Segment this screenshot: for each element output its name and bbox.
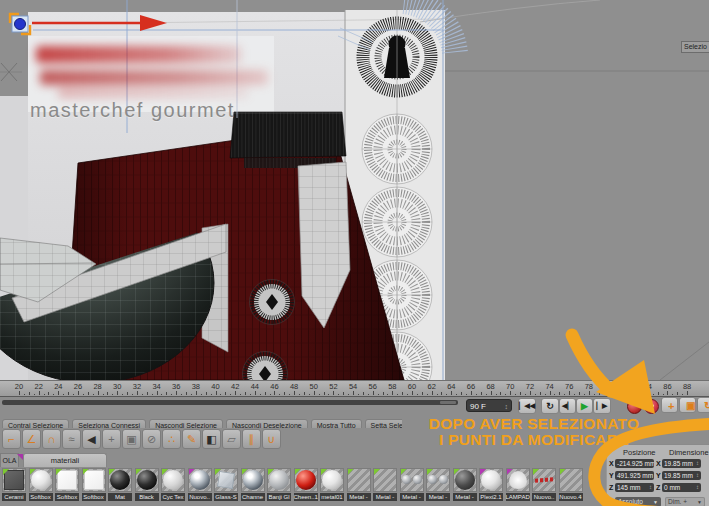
material-swatch-metal01[interactable]: metal01 <box>320 468 345 504</box>
ruler-tick <box>510 391 511 395</box>
ruler-tick <box>333 391 334 395</box>
material-swatch-softbox[interactable]: Softbox <box>82 468 107 504</box>
material-swatch-channe[interactable]: Channe <box>241 468 266 504</box>
ruler-tick <box>471 391 472 395</box>
stepper-icon[interactable]: ↕ <box>649 483 652 492</box>
current-frame-field[interactable]: 90 F ↕ <box>466 399 512 412</box>
material-swatch-nuovo-4[interactable]: Nuovo.4 <box>559 468 584 504</box>
stepper-icon[interactable]: ↕ <box>696 483 699 492</box>
material-swatch-cheen-1[interactable]: Cheen..1 <box>294 468 319 504</box>
dimension-mode-dropdown[interactable]: Dim. + ▼ <box>665 497 705 506</box>
material-swatch-metal-[interactable]: Metal - <box>373 468 398 504</box>
timeline-range-slider[interactable] <box>2 400 458 405</box>
ruler-minor-tick <box>220 394 221 396</box>
material-preview <box>267 468 291 492</box>
material-swatch-metal-[interactable]: Metal - <box>347 468 372 504</box>
material-swatch-nuovo-[interactable]: Nuovo.. <box>532 468 557 504</box>
ruler-tick-label: 64 <box>447 382 455 391</box>
menu-item-mostra-tutto[interactable]: Mostra Tutto <box>311 419 362 428</box>
ruler-minor-tick <box>48 392 49 395</box>
material-swatch-plexi2-1[interactable]: Plexi2.1 <box>479 468 504 504</box>
add-point-tool-icon[interactable]: + <box>102 429 121 449</box>
smooth-tool-icon[interactable]: ≈ <box>62 429 81 449</box>
loop-button[interactable]: ↻ <box>541 398 559 414</box>
position-x-field[interactable]: -214.925 mm↕ <box>615 459 654 468</box>
move-tool-button[interactable]: + <box>661 397 678 413</box>
ruler-minor-tick <box>564 394 565 396</box>
dimension-y-field[interactable]: 19.85 mm↕ <box>662 471 701 480</box>
play-button[interactable]: ▶ <box>576 398 593 414</box>
glue-tool-icon[interactable]: ∪ <box>262 429 281 449</box>
menu-item-nascondi-selezione[interactable]: Nascondi Selezione <box>149 419 223 428</box>
tab-partial-label: OLA <box>2 457 16 464</box>
knife-tool-icon[interactable]: ∠ <box>22 429 41 449</box>
position-y-field[interactable]: 491.925 mm↕ <box>615 471 654 480</box>
ruler-minor-tick <box>304 392 305 395</box>
position-mode-dropdown[interactable]: Assoluto ▼ <box>615 497 661 506</box>
material-swatch-mat[interactable]: Mat <box>108 468 133 504</box>
menu-item-setta-selezione[interactable]: Setta Selezione <box>365 419 402 428</box>
ruler-minor-tick <box>358 394 359 396</box>
menu-item-contrai-selezione[interactable]: Contrai Selezione <box>2 419 69 428</box>
ruler-tick-label: 84 <box>644 382 652 391</box>
material-swatch-glass-s[interactable]: Glass-S <box>214 468 239 504</box>
viewport-canvas[interactable]: masterchef gourmet Selezio <box>0 0 709 380</box>
material-swatch-black[interactable]: Black <box>135 468 160 504</box>
rotate-tool-button[interactable]: ↻ <box>697 397 709 413</box>
go-to-start-button[interactable]: ▏◀◀ <box>518 398 536 414</box>
position-z-field[interactable]: 145 mm↕ <box>615 483 654 492</box>
material-swatch-cyc-tex[interactable]: Cyc Tex <box>161 468 186 504</box>
stepper-icon[interactable]: ↕ <box>696 471 699 480</box>
extrude-tool-icon[interactable]: ▣ <box>122 429 141 449</box>
material-swatch-softbox[interactable]: Softbox <box>29 468 54 504</box>
stepper-icon[interactable]: ↕ <box>696 459 699 468</box>
dimension-x-field[interactable]: 19.85 mm↕ <box>662 459 701 468</box>
ruler-tick <box>157 391 158 395</box>
brush-tool-icon[interactable]: ✎ <box>182 429 201 449</box>
ruler-tick <box>392 391 393 395</box>
mirror-tool-icon[interactable]: ◀ <box>82 429 101 449</box>
ruler-minor-tick <box>604 394 605 396</box>
magnet-tool-icon[interactable]: ∩ <box>42 429 61 449</box>
material-swatch-metal-[interactable]: Metal - <box>453 468 478 504</box>
disable-tool-icon[interactable]: ⊘ <box>142 429 161 449</box>
material-swatch-softbox[interactable]: Softbox <box>55 468 80 504</box>
ruler-minor-tick <box>201 394 202 396</box>
bridge-tool-icon[interactable]: ⌐ <box>2 429 21 449</box>
menu-item-nascondi-deselezione[interactable]: Nascondi Deselezione <box>226 419 308 428</box>
selection-tooltip: Selezio <box>681 41 709 53</box>
next-frame-button[interactable]: ▏▶ <box>593 398 611 414</box>
frame-stepper-icon[interactable]: ↕ <box>505 400 509 413</box>
ruler-minor-tick <box>171 394 172 396</box>
ruler-minor-tick <box>466 394 467 396</box>
ruler-tick-label: 48 <box>290 382 298 391</box>
timeline-ruler[interactable]: 2022242628303234363840424446485052545658… <box>0 380 709 397</box>
dimension-z-field[interactable]: 0 mm↕ <box>662 483 701 492</box>
material-swatch-lampad[interactable]: LAMPAD <box>506 468 531 504</box>
scale-tool-button[interactable]: ▣ <box>679 397 696 413</box>
tab-materials[interactable]: materiali <box>23 453 107 467</box>
prev-frame-button[interactable]: ◀▏ <box>559 398 576 414</box>
menu-item-seleziona-connessi[interactable]: Seleziona Connessi <box>72 419 146 428</box>
help-button[interactable]: ? <box>644 399 659 414</box>
material-swatch-nuovo-[interactable]: Nuovo.. <box>188 468 213 504</box>
points-tool-icon[interactable]: ∴ <box>162 429 181 449</box>
material-label: Nuovo.. <box>532 493 556 501</box>
ruler-minor-tick <box>402 392 403 395</box>
material-swatch-banji-gl[interactable]: Banji Gl <box>267 468 292 504</box>
material-swatch-cerami[interactable]: Cerami <box>2 468 27 504</box>
ruler-tick-label: 62 <box>427 382 435 391</box>
material-preview <box>479 468 503 492</box>
material-swatch-metal-[interactable]: Metal - <box>400 468 425 504</box>
material-label: Banji Gl <box>267 493 291 501</box>
ruler-tick <box>274 391 275 395</box>
align-points-tool-icon[interactable]: ∥ <box>242 429 261 449</box>
matrix-tool-icon[interactable]: ▱ <box>222 429 241 449</box>
split-tool-icon[interactable]: ◧ <box>202 429 221 449</box>
tab-partial[interactable]: OLA <box>0 453 19 467</box>
material-preview <box>188 468 212 492</box>
ruler-tick-label: 60 <box>408 382 416 391</box>
record-button[interactable] <box>627 399 642 414</box>
material-swatch-metal-[interactable]: Metal - <box>426 468 451 504</box>
ruler-minor-tick <box>677 392 678 395</box>
